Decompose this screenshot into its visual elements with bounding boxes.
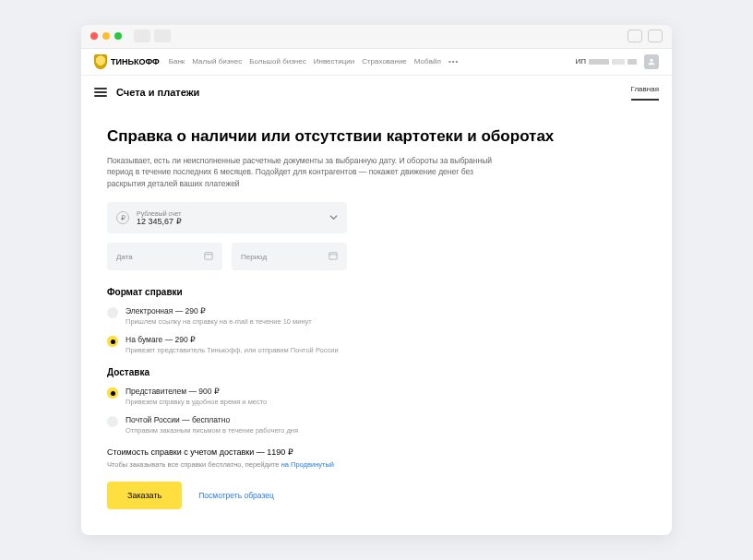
ip-prefix: ИП	[576, 57, 587, 66]
radio-delivery-courier[interactable]: Представителем — 900 ₽ Привезем справку …	[107, 387, 646, 406]
format-label: Формат справки	[107, 287, 646, 297]
radio-title: Почтой России — бесплатно	[126, 415, 298, 424]
page-description: Показывает, есть ли неисполненные расчет…	[107, 155, 504, 189]
browser-back-button[interactable]	[134, 30, 150, 42]
account-switcher[interactable]: ИП	[576, 57, 638, 66]
browser-chrome-bar	[81, 25, 672, 49]
calendar-icon	[204, 251, 213, 262]
radio-format-paper[interactable]: На бумаге — 290 ₽ Привезет представитель…	[107, 335, 646, 354]
format-group: Формат справки Электронная — 290 ₽ Пришл…	[107, 287, 646, 354]
window-max-dot[interactable]	[114, 32, 122, 40]
nav-links: Банк Малый бизнес Большой бизнес Инвести…	[169, 57, 460, 66]
period-placeholder: Период	[241, 253, 267, 261]
radio-title: На бумаге — 290 ₽	[126, 335, 339, 344]
radio-delivery-post[interactable]: Почтой России — бесплатно Отправим заказ…	[107, 415, 646, 435]
radio-format-electronic[interactable]: Электронная — 290 ₽ Пришлем ссылку на сп…	[107, 306, 646, 326]
order-button[interactable]: Заказать	[107, 482, 182, 509]
avatar[interactable]	[644, 54, 659, 69]
view-sample-link[interactable]: Посмотреть образец	[198, 491, 274, 500]
shield-icon	[94, 54, 107, 69]
brand-name: ТИНЬКОФФ	[111, 57, 160, 66]
chevron-down-icon	[329, 213, 338, 223]
page-title: Справка о наличии или отсутствии картоте…	[107, 126, 646, 146]
radio-icon	[107, 416, 118, 427]
nav-link[interactable]: Страхование	[362, 57, 407, 66]
masked-text	[589, 59, 609, 65]
upsell-link[interactable]: на Продвинутый	[281, 460, 334, 469]
window-close-dot[interactable]	[90, 32, 98, 40]
user-icon	[647, 57, 656, 66]
menu-icon[interactable]	[94, 88, 107, 97]
browser-window: ТИНЬКОФФ Банк Малый бизнес Большой бизне…	[81, 25, 672, 535]
period-input[interactable]: Период	[232, 243, 347, 270]
radio-icon	[107, 307, 118, 318]
nav-link[interactable]: Мобайл	[414, 57, 441, 66]
browser-forward-button[interactable]	[154, 30, 171, 42]
nav-link[interactable]: Малый бизнес	[192, 57, 242, 66]
browser-share-button[interactable]	[628, 30, 642, 42]
account-label: Рублевый счет	[137, 210, 182, 217]
delivery-group: Доставка Представителем — 900 ₽ Привезем…	[107, 367, 646, 435]
window-min-dot[interactable]	[102, 32, 110, 40]
account-select[interactable]: ₽ Рублевый счет 12 345,67 ₽	[107, 202, 347, 233]
action-row: Заказать Посмотреть образец	[107, 482, 646, 509]
date-input[interactable]: Дата	[107, 243, 222, 270]
radio-icon	[107, 387, 118, 399]
masked-text	[628, 59, 637, 65]
ruble-icon: ₽	[116, 211, 129, 224]
browser-tabs-button[interactable]	[648, 30, 663, 42]
radio-subtitle: Привезем справку в удобное время и место	[126, 398, 267, 406]
upsell-text: Чтобы заказывать все справки бесплатно, …	[107, 460, 646, 469]
total-cost: Стоимость справки с учетом доставки — 11…	[107, 447, 646, 457]
tab-main[interactable]: Главная	[631, 85, 659, 101]
brand-logo[interactable]: ТИНЬКОФФ	[94, 54, 160, 69]
radio-title: Представителем — 900 ₽	[126, 387, 267, 396]
delivery-label: Доставка	[107, 367, 646, 377]
date-placeholder: Дата	[116, 253, 133, 261]
nav-more-icon[interactable]: •••	[448, 57, 459, 66]
radio-icon	[107, 336, 118, 347]
calendar-icon	[329, 251, 338, 262]
svg-rect-0	[205, 253, 212, 260]
svg-rect-2	[329, 253, 337, 260]
radio-title: Электронная — 290 ₽	[126, 306, 312, 316]
radio-subtitle: Пришлем ссылку на справку на e-mail в те…	[126, 317, 312, 326]
nav-link[interactable]: Большой бизнес	[249, 57, 306, 66]
section-title: Счета и платежи	[116, 87, 199, 98]
content-area: Справка о наличии или отсутствии картоте…	[81, 110, 672, 535]
sub-header: Счета и платежи Главная	[81, 76, 672, 110]
nav-link[interactable]: Банк	[169, 57, 185, 66]
radio-subtitle: Отправим заказным письмом в течение рабо…	[126, 426, 298, 435]
masked-text	[612, 59, 625, 65]
nav-link[interactable]: Инвестиции	[314, 57, 354, 66]
top-nav: ТИНЬКОФФ Банк Малый бизнес Большой бизне…	[81, 49, 672, 76]
radio-subtitle: Привезет представитель Тинькофф, или отп…	[126, 346, 339, 354]
account-value: 12 345,67 ₽	[137, 217, 182, 226]
